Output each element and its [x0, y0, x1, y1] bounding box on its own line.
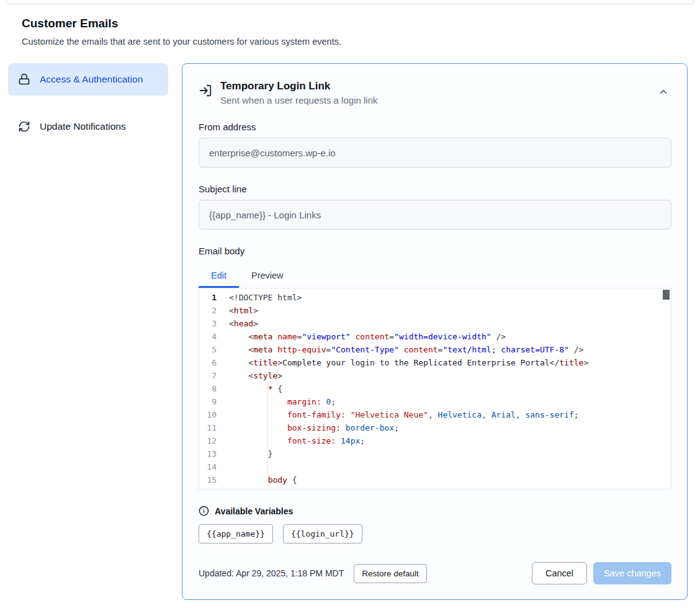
line-number: 14 — [199, 460, 227, 473]
code-editor[interactable]: 1<!DOCTYPE html>2<html>3<head>4 <meta na… — [199, 288, 671, 490]
collapse-button[interactable] — [655, 84, 671, 102]
restore-default-button[interactable]: Restore default — [354, 564, 427, 583]
sidebar-item-label: Access & Authentication — [40, 72, 143, 87]
subject-line-label: Subject line — [199, 184, 671, 194]
refresh-icon — [18, 120, 30, 133]
line-number: 11 — [199, 421, 227, 434]
code-line[interactable]: 11 box-sizing: border-box; — [199, 421, 671, 434]
code-text — [227, 460, 234, 473]
line-number: 5 — [199, 343, 227, 356]
code-lines: 1<!DOCTYPE html>2<html>3<head>4 <meta na… — [199, 291, 671, 490]
line-number: 10 — [199, 408, 227, 421]
code-text: <style> — [227, 369, 282, 382]
code-line[interactable]: 13 } — [199, 447, 671, 460]
code-text: box-sizing: border-box; — [227, 421, 399, 434]
page-subtitle: Customize the emails that are sent to yo… — [22, 37, 700, 47]
code-line[interactable]: 4 <meta name="viewport" content="width=d… — [199, 330, 671, 343]
code-line[interactable]: 2<html> — [199, 304, 671, 317]
code-text: margin: 0; — [227, 395, 336, 408]
code-text: <!DOCTYPE html> — [227, 291, 302, 304]
content-row: Access & Authentication Update Notificat… — [0, 63, 700, 600]
sidebar-item-access-authentication[interactable]: Access & Authentication — [8, 63, 168, 96]
page-header: Customer Emails Customize the emails tha… — [22, 17, 700, 47]
variable-chips: {{app_name}} {{login_url}} — [199, 524, 671, 543]
from-address-input[interactable] — [199, 138, 671, 168]
cancel-button[interactable]: Cancel — [532, 562, 587, 584]
email-template-card: Temporary Login Link Sent when a user re… — [182, 63, 688, 600]
code-text: <meta http-equiv="Content-Type" content=… — [227, 343, 583, 356]
save-changes-button[interactable]: Save changes — [593, 562, 671, 584]
login-icon — [199, 84, 212, 97]
code-line[interactable]: 9 margin: 0; — [199, 395, 671, 408]
line-number: 13 — [199, 447, 227, 460]
code-text: } — [227, 447, 272, 460]
code-line[interactable]: 1<!DOCTYPE html> — [199, 291, 671, 304]
code-text: <head> — [227, 317, 258, 330]
variable-chip-login-url[interactable]: {{login_url}} — [283, 524, 362, 543]
code-line[interactable]: 16 background-color: #f6f6f6; — [199, 486, 671, 490]
line-number: 9 — [199, 395, 227, 408]
card-header: Temporary Login Link Sent when a user re… — [199, 80, 671, 105]
info-icon — [199, 506, 209, 516]
line-number: 12 — [199, 434, 227, 447]
sidebar: Access & Authentication Update Notificat… — [8, 63, 168, 143]
card-title: Temporary Login Link — [220, 80, 647, 92]
card-subtitle: Sent when a user requests a login link — [220, 95, 647, 105]
available-variables-row: Available Variables — [199, 506, 671, 516]
card-titles: Temporary Login Link Sent when a user re… — [220, 80, 647, 105]
variable-chip-app-name[interactable]: {{app_name}} — [199, 524, 273, 543]
email-body-label: Email body — [199, 246, 671, 256]
code-line[interactable]: 5 <meta http-equiv="Content-Type" conten… — [199, 343, 671, 356]
indent-guide — [267, 382, 268, 488]
line-number: 15 — [199, 473, 227, 486]
page-title: Customer Emails — [22, 17, 700, 30]
card-footer: Updated: Apr 29, 2025, 1:18 PM MDT Resto… — [199, 562, 671, 584]
chevron-up-icon — [658, 86, 669, 99]
editor-scrollbar[interactable] — [663, 290, 670, 300]
code-text: * { — [227, 382, 282, 395]
line-number: 7 — [199, 369, 227, 382]
line-number: 2 — [199, 304, 227, 317]
line-number: 1 — [199, 291, 227, 304]
code-text: background-color: #f6f6f6; — [227, 486, 413, 490]
code-line[interactable]: 12 font-size: 14px; — [199, 434, 671, 447]
line-number: 16 — [199, 486, 227, 490]
line-number: 6 — [199, 356, 227, 369]
code-line[interactable]: 15 body { — [199, 473, 671, 486]
subject-line-input[interactable] — [199, 200, 671, 230]
tab-preview[interactable]: Preview — [239, 264, 296, 288]
code-text: <meta name="viewport" content="width=dev… — [227, 330, 506, 343]
code-text: <html> — [227, 304, 258, 317]
available-variables-label: Available Variables — [215, 506, 293, 516]
code-text: <title>Complete your login to the Replic… — [227, 356, 588, 369]
code-line[interactable]: 6 <title>Complete your login to the Repl… — [199, 356, 671, 369]
from-address-label: From address — [199, 122, 671, 132]
previous-card-bottom-edge — [6, 0, 694, 4]
code-text: body { — [227, 473, 297, 486]
code-text: font-size: 14px; — [227, 434, 365, 447]
updated-timestamp: Updated: Apr 29, 2025, 1:18 PM MDT — [199, 568, 344, 578]
lock-icon — [18, 73, 30, 86]
line-number: 8 — [199, 382, 227, 395]
code-text: font-family: "Helvetica Neue", Helvetica… — [227, 408, 579, 421]
tab-edit[interactable]: Edit — [199, 264, 239, 288]
code-line[interactable]: 3<head> — [199, 317, 671, 330]
line-number: 3 — [199, 317, 227, 330]
code-line[interactable]: 7 <style> — [199, 369, 671, 382]
code-line[interactable]: 10 font-family: "Helvetica Neue", Helvet… — [199, 408, 671, 421]
editor-tabs: Edit Preview — [199, 264, 671, 288]
code-line[interactable]: 14 — [199, 460, 671, 473]
sidebar-item-label: Update Notifications — [40, 119, 126, 134]
line-number: 4 — [199, 330, 227, 343]
sidebar-item-update-notifications[interactable]: Update Notifications — [8, 110, 168, 143]
code-line[interactable]: 8 * { — [199, 382, 671, 395]
